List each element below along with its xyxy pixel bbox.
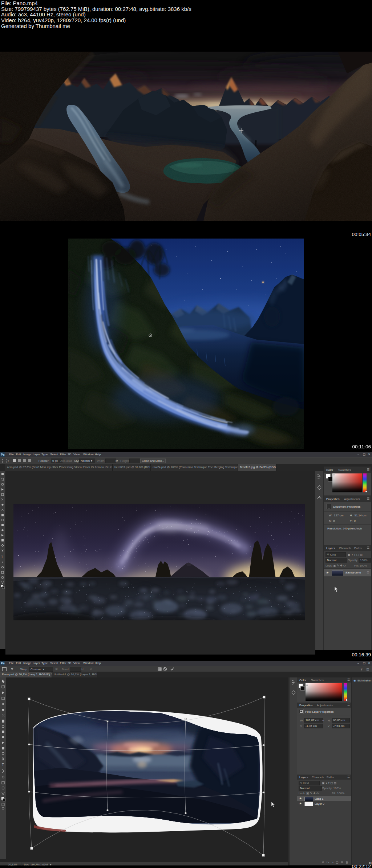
svg-text:T: T xyxy=(2,763,4,767)
svg-text:T: T xyxy=(1,555,3,559)
